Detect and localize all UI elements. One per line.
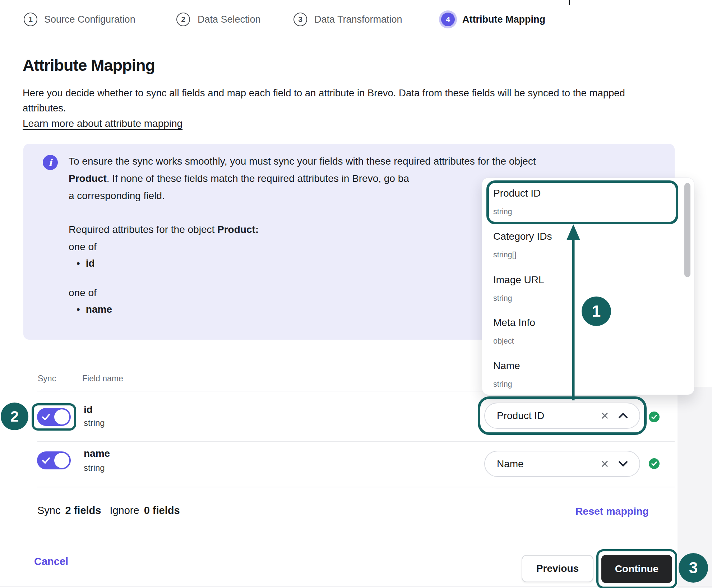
- scrollbar-thumb[interactable]: [684, 183, 690, 277]
- clear-icon[interactable]: [601, 412, 609, 420]
- dropdown-option-meta-info[interactable]: Meta Info: [493, 317, 535, 329]
- page-description: Here you decide whether to sync all fiel…: [23, 86, 651, 116]
- attribute-select-name[interactable]: Name: [484, 451, 640, 477]
- attribute-mapping-page: 1 Source Configuration 2 Data Selection …: [0, 0, 712, 588]
- table-divider: [37, 441, 675, 442]
- table-divider: [37, 487, 675, 487]
- dropdown-option-name[interactable]: Name: [493, 360, 520, 372]
- previous-button[interactable]: Previous: [522, 555, 593, 582]
- annotation-badge-3: 3: [679, 553, 708, 583]
- selected-attribute: Product ID: [497, 410, 601, 422]
- step-1-label[interactable]: Source Configuration: [44, 14, 135, 25]
- check-icon: [42, 456, 50, 465]
- info-text-line3: a corresponding field.: [69, 190, 165, 202]
- attribute-dropdown-panel: Product ID string Category IDs string[] …: [482, 178, 694, 395]
- required-attributes-heading: Required attributes for the object Produ…: [69, 224, 259, 235]
- column-header-field-name: Field name: [82, 374, 123, 383]
- step-2-label[interactable]: Data Selection: [198, 14, 261, 25]
- step-4-label[interactable]: Attribute Mapping: [462, 14, 545, 25]
- toggle-knob: [54, 409, 69, 424]
- dropdown-option-type: string[]: [493, 251, 517, 259]
- page-title: Attribute Mapping: [23, 56, 155, 75]
- sync-summary-label: Sync: [37, 505, 60, 516]
- info-text-line1: To ensure the sync works smoothly, you m…: [69, 156, 536, 167]
- footer-divider: [0, 586, 712, 587]
- ignore-count: 0 fields: [144, 505, 180, 516]
- required-attribute-name: •name: [77, 304, 112, 315]
- check-icon: [42, 413, 50, 421]
- one-of-label-1: one of: [69, 241, 97, 253]
- info-object-name: Product: [69, 173, 107, 184]
- info-text-line2: Product. If none of these fields match t…: [69, 173, 409, 184]
- step-3-circle[interactable]: 3: [293, 13, 307, 26]
- mapping-valid-icon: [649, 458, 660, 469]
- step-2-circle[interactable]: 2: [176, 13, 190, 26]
- required-attribute-id: •id: [77, 258, 95, 269]
- continue-button[interactable]: Continue: [601, 555, 672, 583]
- ignore-summary-label: Ignore: [110, 505, 139, 516]
- field-name: name: [84, 448, 110, 459]
- dropdown-option-type: object: [493, 337, 514, 346]
- one-of-label-2: one of: [69, 287, 97, 299]
- sync-toggle-id[interactable]: [37, 408, 71, 426]
- dropdown-option-type: string: [493, 380, 512, 389]
- sync-count: 2 fields: [65, 505, 101, 516]
- chevron-up-icon[interactable]: [618, 413, 628, 419]
- info-icon: i: [43, 155, 58, 170]
- field-type: string: [84, 418, 105, 428]
- dropdown-option-category-ids[interactable]: Category IDs: [493, 231, 552, 242]
- column-header-sync: Sync: [38, 374, 56, 383]
- step-3-label[interactable]: Data Transformation: [314, 14, 402, 25]
- dropdown-option-image-url[interactable]: Image URL: [493, 274, 544, 286]
- annotation-badge-2: 2: [1, 403, 28, 430]
- chevron-down-icon[interactable]: [618, 461, 628, 467]
- reset-mapping-link[interactable]: Reset mapping: [575, 505, 649, 517]
- step-4-circle-active[interactable]: 4: [441, 13, 455, 26]
- dropdown-option-type: string: [493, 294, 512, 303]
- text-cursor-artifact: [569, 0, 570, 5]
- bullet-icon: •: [77, 304, 80, 315]
- selected-attribute: Name: [497, 458, 601, 470]
- field-type: string: [84, 463, 105, 473]
- dropdown-option-type: string: [493, 207, 512, 216]
- dropdown-option-product-id[interactable]: Product ID: [493, 188, 541, 199]
- bullet-icon: •: [77, 258, 80, 269]
- toggle-knob: [54, 453, 69, 468]
- field-name: id: [84, 404, 93, 415]
- clear-icon[interactable]: [601, 460, 609, 468]
- step-1-circle[interactable]: 1: [24, 13, 37, 26]
- learn-more-link[interactable]: Learn more about attribute mapping: [23, 118, 182, 129]
- mapping-valid-icon: [649, 412, 660, 422]
- sync-summary: Sync 2 fields Ignore 0 fields: [37, 505, 180, 516]
- annotation-badge-1: 1: [582, 297, 611, 326]
- attribute-select-id[interactable]: Product ID: [484, 403, 640, 429]
- sync-toggle-name[interactable]: [37, 451, 71, 469]
- cancel-link[interactable]: Cancel: [34, 556, 68, 568]
